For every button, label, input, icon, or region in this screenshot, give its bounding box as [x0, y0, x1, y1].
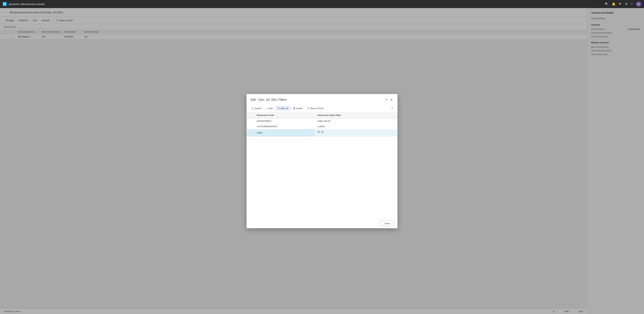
main-area: ← Recurring General Journals | Work Date…: [0, 8, 644, 314]
modal-dialog: Edit - Gen. Jnl. Dim. Filters ↗ ✕ 🔍 Sear…: [246, 94, 398, 228]
modal-delete-label: Delete: [296, 107, 302, 110]
app-icon: [3, 2, 7, 6]
excel-modal-icon: ☷: [307, 107, 309, 110]
empty-code-cell: [254, 136, 315, 139]
empty-arrow-cell: [246, 136, 254, 139]
sort-asc-icon: ↑: [275, 114, 276, 116]
row-arrow-cell: [246, 124, 254, 129]
cell-expand-icon[interactable]: ···: [396, 134, 398, 136]
dimension-code-cell[interactable]: DEPARTMENT: [254, 118, 315, 124]
modal-close-button[interactable]: ✕: [390, 97, 394, 102]
modal-edit-list-label: Edit List: [280, 107, 288, 110]
table-row[interactable]: CUSTOMERGROUP LARGE: [246, 124, 398, 129]
row-arrow-cell: [246, 118, 254, 124]
bookmark-icon[interactable]: ⚑: [619, 2, 622, 6]
plus-icon: +: [266, 107, 268, 110]
empty-filter-cell: [315, 136, 398, 139]
dimension-code-cell[interactable]: CUSTOMERGROUP: [254, 124, 315, 129]
user-avatar[interactable]: IK: [636, 1, 641, 7]
search-icon: 🔍: [251, 107, 254, 110]
svg-rect-1: [5, 3, 6, 4]
modal-settings-button[interactable]: ≡: [390, 106, 395, 111]
modal-new-button[interactable]: + New: [264, 106, 275, 111]
modal-header: Edit - Gen. Jnl. Dim. Filters ↗ ✕: [246, 94, 398, 105]
modal-footer: Close: [246, 218, 398, 228]
dimension-value-filter-cell-editing[interactable]: ···: [315, 129, 398, 136]
modal-open-in-excel-label: Open in Excel: [310, 107, 324, 110]
modal-search-label: Search: [255, 107, 262, 110]
settings-icon[interactable]: ⚙: [625, 2, 628, 6]
notifications-icon[interactable]: 🔔: [612, 2, 616, 6]
modal-toolbar: 🔍 Search + New ☷ Edit List 🗑 Delete ☷: [246, 105, 398, 112]
modal-title: Edit - Gen. Jnl. Dim. Filters: [250, 98, 286, 102]
close-button[interactable]: Close: [380, 221, 394, 226]
dimension-value-filter-input[interactable]: [315, 129, 398, 134]
app-title: Dynamics 365 Business Central: [9, 3, 44, 6]
table-row[interactable]: DEPARTMENT ADM..SALES: [246, 118, 398, 124]
modal-delete-button[interactable]: 🗑 Delete: [291, 106, 304, 111]
modal-table: Dimension Code ↑ Dimension Value Filter …: [246, 112, 398, 139]
modal-search-button[interactable]: 🔍 Search: [249, 106, 264, 111]
modal-table-area: Dimension Code ↑ Dimension Value Filter …: [246, 112, 398, 218]
table-row-editing[interactable]: → AREA ···: [246, 129, 398, 136]
modal-edit-list-button[interactable]: ☷ Edit List: [276, 106, 290, 111]
svg-rect-2: [3, 4, 4, 5]
search-nav-icon[interactable]: 🔍: [605, 2, 608, 6]
top-navigation: Dynamics 365 Business Central 🔍 🔔 ⚑ ⚙ ? …: [0, 0, 644, 8]
row-arrow-cell-active: →: [246, 129, 254, 136]
modal-overlay: Edit - Gen. Jnl. Dim. Filters ↗ ✕ 🔍 Sear…: [0, 8, 644, 314]
dimension-code-cell-active[interactable]: AREA: [254, 129, 315, 136]
active-row-arrow-icon: →: [249, 132, 252, 134]
svg-rect-0: [3, 3, 4, 4]
modal-open-in-excel-button[interactable]: ☷ Open in Excel: [305, 106, 326, 111]
table-row-empty: [246, 136, 398, 139]
dimension-value-filter-header: Dimension Value Filter: [315, 112, 398, 118]
modal-new-label: New: [268, 107, 273, 110]
dimension-value-filter-cell[interactable]: LARGE: [315, 124, 398, 129]
dimension-value-filter-cell[interactable]: ADM..SALES: [315, 118, 398, 124]
trash-icon: 🗑: [293, 107, 295, 110]
modal-expand-button[interactable]: ↗: [384, 97, 388, 102]
svg-rect-3: [5, 4, 6, 5]
edit-list-icon: ☷: [278, 107, 280, 110]
col-arrow-header: [246, 112, 254, 118]
help-icon[interactable]: ?: [631, 2, 632, 6]
dimension-code-header: Dimension Code ↑: [254, 112, 315, 118]
